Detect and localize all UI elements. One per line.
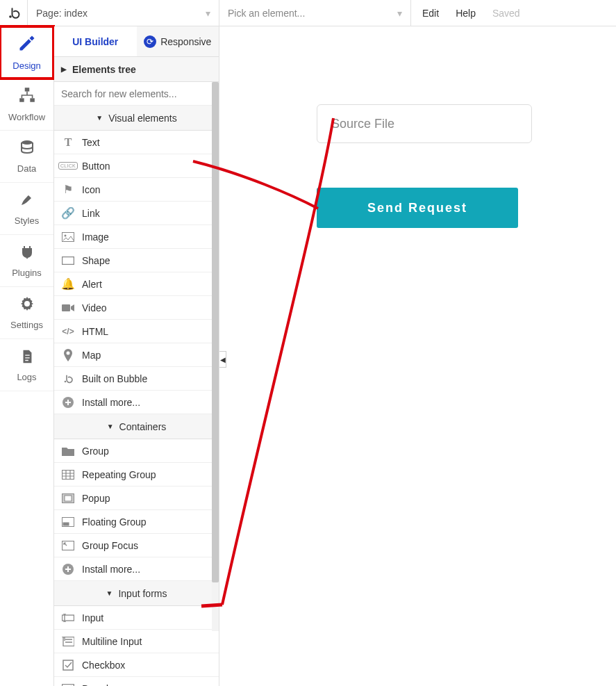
elements-tree-toggle[interactable]: ▶ Elements tree <box>54 57 219 82</box>
rail-label: Workflow <box>8 112 45 122</box>
rail-data[interactable]: Data <box>0 131 53 183</box>
svg-rect-8 <box>62 304 70 311</box>
float-icon <box>61 517 75 527</box>
svg-rect-16 <box>63 523 69 525</box>
palette-icon[interactable]: ⚑Icon <box>54 178 219 202</box>
repeat-icon <box>61 470 75 480</box>
source-file-input[interactable]: Source File <box>317 104 532 143</box>
bubble-logo[interactable] <box>0 0 28 26</box>
focus-icon <box>61 541 75 550</box>
left-rail: Design Workflow Data Styles Plugins <box>0 26 54 686</box>
svg-rect-12 <box>63 470 74 479</box>
palette-link[interactable]: 🔗Link <box>54 202 219 225</box>
chevron-down-icon: ▾ <box>206 8 210 19</box>
logs-icon <box>19 348 35 369</box>
checkbox-icon <box>61 660 75 671</box>
palette-label: Group <box>82 446 109 457</box>
dropdown-icon <box>61 684 75 687</box>
saved-status: Saved <box>492 8 520 19</box>
button-icon: CLICK <box>61 162 75 170</box>
palette-checkbox[interactable]: Checkbox <box>54 653 219 677</box>
svg-rect-2 <box>19 98 24 101</box>
panel-tabs: UI Builder ⟳ Responsive <box>54 26 219 57</box>
section-label: Input forms <box>118 588 167 599</box>
image-icon <box>61 232 75 242</box>
rail-settings[interactable]: Settings <box>0 287 53 339</box>
palette-shape[interactable]: Shape <box>54 249 219 272</box>
panel-collapse-handle[interactable]: ◀ <box>219 351 226 368</box>
section-input-forms[interactable]: ▼ Input forms <box>54 581 219 606</box>
caret-down-icon: ▼ <box>106 589 113 597</box>
input-icon <box>61 614 75 622</box>
help-link[interactable]: Help <box>456 8 476 19</box>
palette-install-more-containers[interactable]: Install more... <box>54 557 219 581</box>
canvas[interactable]: Source File Send Request <box>219 26 616 686</box>
palette-bubble[interactable]: Built on Bubble <box>54 367 219 391</box>
data-icon <box>19 139 35 161</box>
rail-label: Plugins <box>12 268 42 278</box>
svg-point-0 <box>9 15 12 18</box>
palette-dropdown[interactable]: Dropdown <box>54 677 219 686</box>
rail-label: Logs <box>17 372 36 382</box>
svg-rect-3 <box>30 98 35 101</box>
palette-text[interactable]: TText <box>54 131 219 154</box>
flag-icon: ⚑ <box>61 183 75 196</box>
section-containers[interactable]: ▼ Containers <box>54 414 219 439</box>
palette-label: Install more... <box>82 564 140 575</box>
rail-workflow[interactable]: Workflow <box>0 79 53 131</box>
palette-label: Install more... <box>82 397 140 408</box>
rail-design[interactable]: Design <box>0 26 53 79</box>
palette-group[interactable]: Group <box>54 439 219 463</box>
rail-plugins[interactable]: Plugins <box>0 235 53 287</box>
section-visual-elements[interactable]: ▼ Visual elements <box>54 106 219 131</box>
palette-multiline-input[interactable]: Multiline Input <box>54 630 219 653</box>
popup-icon <box>61 493 75 503</box>
palette-video[interactable]: Video <box>54 296 219 320</box>
svg-point-9 <box>67 351 70 354</box>
edit-link[interactable]: Edit <box>422 8 439 19</box>
bell-icon: 🔔 <box>61 277 75 291</box>
scrollbar-thumb[interactable] <box>212 82 219 582</box>
tab-responsive[interactable]: ⟳ Responsive <box>137 26 219 56</box>
palette-label: Popup <box>82 493 110 504</box>
svg-point-4 <box>22 140 33 145</box>
palette-map[interactable]: Map <box>54 343 219 367</box>
caret-down-icon: ▼ <box>96 114 103 122</box>
palette-image[interactable]: Image <box>54 225 219 249</box>
tab-ui-builder[interactable]: UI Builder <box>54 26 137 56</box>
caret-down-icon: ▼ <box>107 423 114 430</box>
chevron-down-icon: ▾ <box>397 8 402 19</box>
svg-rect-14 <box>65 496 72 501</box>
palette-label: Map <box>82 350 101 361</box>
palette-repeating-group[interactable]: Repeating Group <box>54 463 219 487</box>
palette-alert[interactable]: 🔔Alert <box>54 272 219 296</box>
rail-label: Design <box>13 60 40 71</box>
palette-label: Multiline Input <box>82 636 142 647</box>
search-input[interactable] <box>61 88 212 99</box>
palette-popup[interactable]: Popup <box>54 487 219 510</box>
palette-label: Text <box>82 137 100 148</box>
palette-label: Button <box>82 161 110 172</box>
send-request-button[interactable]: Send Request <box>317 188 518 228</box>
svg-rect-7 <box>63 256 74 264</box>
palette-install-more-visual[interactable]: Install more... <box>54 391 219 414</box>
palette-label: Image <box>82 231 109 243</box>
responsive-icon: ⟳ <box>144 35 156 48</box>
palette-button[interactable]: CLICKButton <box>54 154 219 178</box>
rail-logs[interactable]: Logs <box>0 339 53 391</box>
palette-input[interactable]: Input <box>54 606 219 630</box>
palette-html[interactable]: </>HTML <box>54 320 219 343</box>
rail-styles[interactable]: Styles <box>0 183 53 235</box>
svg-point-6 <box>65 234 67 236</box>
palette-label: Built on Bubble <box>82 373 147 384</box>
main-area: Design Workflow Data Styles Plugins <box>0 26 616 686</box>
element-picker-dropdown[interactable]: Pick an element... ▾ <box>219 0 411 26</box>
top-actions: Edit Help Saved <box>411 8 531 19</box>
page-dropdown[interactable]: Page: index ▾ <box>28 0 219 26</box>
page-dropdown-label: Page: index <box>36 8 88 19</box>
tab-responsive-label: Responsive <box>160 36 211 47</box>
palette-floating-group[interactable]: Floating Group <box>54 510 219 534</box>
palette-label: Icon <box>82 184 100 195</box>
svg-point-10 <box>65 380 67 382</box>
palette-group-focus[interactable]: Group Focus <box>54 534 219 557</box>
